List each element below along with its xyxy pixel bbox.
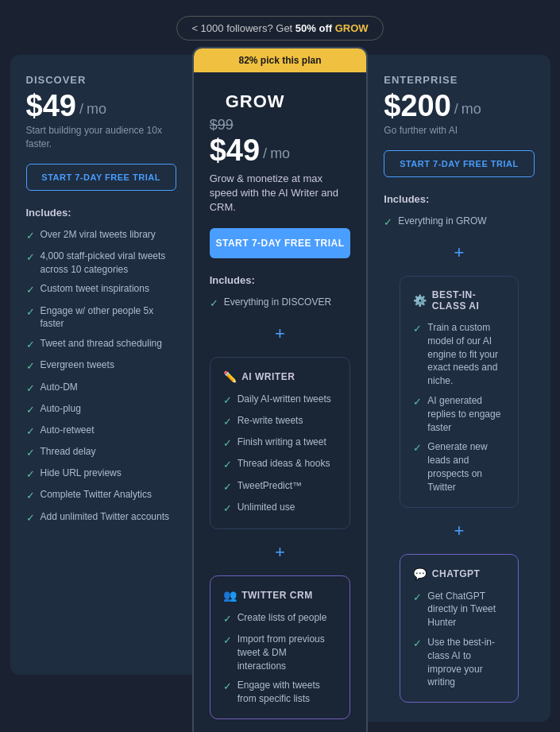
feature-text: Auto-DM: [41, 381, 78, 394]
list-item: ✓TweetPredict™: [223, 479, 338, 494]
feature-text: Thread delay: [41, 445, 96, 459]
list-item: ✓Hide URL previews: [26, 467, 176, 482]
plans-container: DISCOVER $49 / mo Start building your au…: [10, 55, 550, 732]
grow-slash: /: [263, 145, 267, 162]
list-item: ✓Train a custom model of our AI engine t…: [413, 321, 504, 388]
grow-price-area: GROW $99 $49 / mo: [194, 72, 367, 165]
grow-price: $49: [210, 135, 260, 165]
check-icon: ✓: [26, 424, 35, 439]
feature-text: 4,000 staff-picked viral tweets across 1…: [41, 250, 176, 277]
feature-text: Complete Twitter Analytics: [41, 488, 153, 502]
check-icon: ✓: [413, 591, 422, 605]
ai-writer-title: ✏️ AI WRITER: [223, 370, 338, 383]
grow-tagline: Grow & monetize at max speed with the AI…: [194, 172, 367, 215]
list-item: ✓AI generated replies to engage faster: [413, 394, 504, 434]
check-icon: ✓: [26, 511, 35, 525]
list-item: ✓Unlimited use: [223, 501, 338, 516]
check-icon: ✓: [223, 480, 232, 494]
enterprise-slash: /: [454, 101, 458, 118]
check-icon: ✓: [223, 436, 232, 451]
discover-price: $49: [26, 91, 76, 121]
list-item: ✓Thread delay: [26, 445, 176, 460]
check-icon: ✓: [384, 215, 392, 230]
chatgpt-features: ✓Get ChatGPT directly in Tweet Hunter✓Us…: [413, 590, 504, 690]
ai-writer-features: ✓Daily AI-written tweets✓Re-write tweets…: [223, 393, 338, 516]
check-icon: ✓: [26, 305, 35, 320]
grow-price-row: $49 / mo: [210, 135, 351, 165]
list-item: ✓Create lists of people: [223, 611, 338, 626]
plan-enterprise: ENTERPRISE $200 / mo Go further with AI …: [368, 55, 550, 722]
check-icon: ✓: [26, 381, 35, 396]
feature-text: Import from previous tweet & DM interact…: [238, 633, 338, 672]
list-item: ✓Use the best-in-class AI to improve you…: [413, 636, 504, 689]
grow-plus-divider: +: [194, 323, 367, 344]
enterprise-trial-button[interactable]: START 7-DAY FREE TRIAL: [384, 150, 534, 177]
check-icon: ✓: [413, 395, 422, 409]
best-in-class-label: BEST-IN-CLASS AI: [432, 289, 505, 312]
feature-text: Custom tweet inspirations: [41, 282, 149, 296]
check-icon: ✓: [26, 467, 35, 482]
pick-banner: 82% pick this plan: [194, 48, 367, 72]
list-item: ✓Add unlimited Twitter accounts: [26, 510, 176, 525]
feature-text: Engage with tweets from specific lists: [238, 679, 338, 706]
feature-text: Unlimited use: [238, 501, 295, 514]
check-icon: ✓: [223, 612, 232, 626]
feature-text: Thread ideas & hooks: [238, 457, 330, 471]
check-icon: ✓: [223, 680, 232, 694]
list-item: ✓Custom tweet inspirations: [26, 282, 176, 297]
enterprise-plus-divider-2: +: [384, 521, 534, 541]
banner-brand: GROW: [335, 22, 369, 34]
banner-bold: 50% off: [295, 22, 332, 34]
chatgpt-box: 💬 CHATGPT ✓Get ChatGPT directly in Tweet…: [400, 554, 518, 703]
grow-trial-button[interactable]: START 7-DAY FREE TRIAL: [210, 228, 351, 258]
discover-features: ✓Over 2M viral tweets library✓4,000 staf…: [26, 228, 176, 525]
plan-discover: DISCOVER $49 / mo Start building your au…: [10, 55, 192, 675]
feature-text: Get ChatGPT directly in Tweet Hunter: [427, 590, 504, 629]
enterprise-price: $200: [384, 91, 451, 121]
discover-tagline: Start building your audience 10x faster.: [26, 124, 176, 151]
grow-mo: mo: [270, 145, 290, 162]
check-icon: ✓: [223, 393, 232, 408]
banner-text: < 1000 followers? Get: [191, 22, 295, 34]
list-item: ✓Finish writing a tweet: [223, 436, 338, 451]
feature-text: Tweet and thread scheduling: [41, 337, 162, 351]
discover-slash: /: [79, 101, 83, 118]
enterprise-everything-text: Everything in GROW: [398, 215, 486, 228]
list-item: ✓Import from previous tweet & DM interac…: [223, 633, 338, 672]
feature-text: Engage w/ other people 5x faster: [41, 304, 176, 331]
twitter-crm-box: 👥 TWITTER CRM ✓Create lists of people✓Im…: [210, 575, 351, 719]
feature-text: Finish writing a tweet: [238, 436, 326, 449]
chatgpt-label: CHATGPT: [432, 568, 481, 579]
grow-everything-text: Everything in DISCOVER: [224, 296, 331, 309]
feature-text: Add unlimited Twitter accounts: [41, 510, 170, 524]
feature-text: Re-write tweets: [238, 414, 303, 428]
list-item: ✓Over 2M viral tweets library: [26, 228, 176, 243]
check-icon: ✓: [223, 633, 232, 648]
twitter-crm-title: 👥 TWITTER CRM: [223, 589, 338, 602]
grow-everything-item: ✓ Everything in DISCOVER: [210, 296, 351, 311]
best-in-class-features: ✓Train a custom model of our AI engine t…: [413, 321, 504, 494]
twitter-crm-features: ✓Create lists of people✓Import from prev…: [223, 611, 338, 706]
enterprise-plan-name: ENTERPRISE: [384, 74, 534, 86]
best-in-class-icon: ⚙️: [413, 294, 427, 307]
list-item: ✓Engage with tweets from specific lists: [223, 679, 338, 706]
feature-text: Over 2M viral tweets library: [41, 228, 156, 242]
enterprise-mo: mo: [462, 101, 481, 118]
chatgpt-title: 💬 CHATGPT: [413, 567, 504, 580]
twitter-crm-label: TWITTER CRM: [241, 590, 312, 601]
discover-plan-name: DISCOVER: [26, 74, 176, 86]
check-icon: ✓: [413, 441, 422, 455]
check-icon: ✓: [413, 637, 422, 651]
feature-text: Auto-retweet: [41, 424, 95, 437]
top-banner: < 1000 followers? Get 50% off GROW: [176, 16, 383, 41]
list-item: ✓Auto-DM: [26, 381, 176, 396]
feature-text: Use the best-in-class AI to improve your…: [427, 636, 504, 689]
list-item: ✓Get ChatGPT directly in Tweet Hunter: [413, 590, 504, 629]
best-in-class-box: ⚙️ BEST-IN-CLASS AI ✓Train a custom mode…: [400, 276, 518, 508]
list-item: ✓Re-write tweets: [223, 414, 338, 429]
feature-text: Create lists of people: [238, 611, 327, 625]
grow-original-price: $99: [210, 117, 351, 134]
feature-text: Hide URL previews: [41, 467, 122, 480]
discover-trial-button[interactable]: START 7-DAY FREE TRIAL: [26, 164, 176, 191]
list-item: ✓Auto-plug: [26, 402, 176, 417]
